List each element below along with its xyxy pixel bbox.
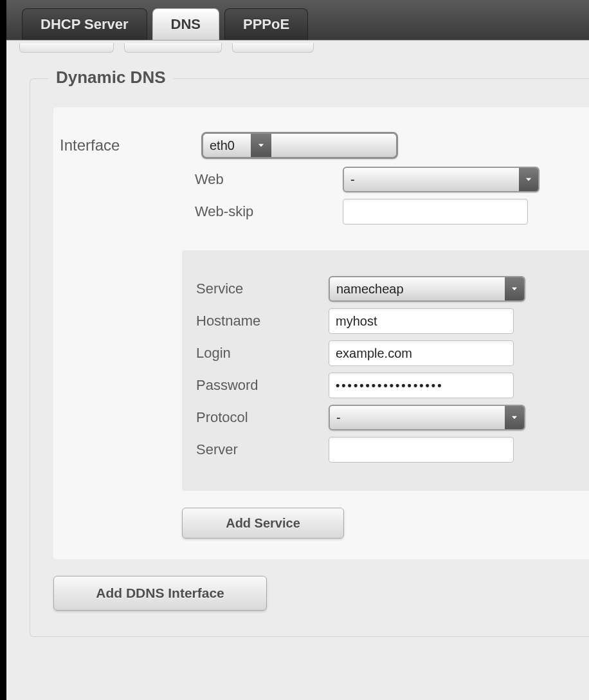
subtab-pill[interactable] [19, 43, 114, 53]
service-select[interactable]: namecheap [329, 276, 525, 302]
tab-label: DHCP Server [41, 16, 129, 33]
hostname-label: Hostname [196, 313, 329, 329]
tab-label: PPPoE [243, 16, 289, 33]
button-label: Add Service [226, 516, 300, 531]
service-block: Service namecheap Hostname [182, 250, 589, 491]
protocol-select[interactable]: - [329, 405, 525, 430]
login-input[interactable] [329, 340, 514, 366]
subtab-pill[interactable] [124, 43, 222, 53]
chevron-down-icon [251, 134, 271, 157]
web-select[interactable]: - [343, 167, 539, 192]
service-label: Service [196, 281, 329, 297]
ddns-panel: Interface eth0 Web - [53, 107, 589, 559]
password-mask: •••••••••••••••••• [336, 379, 443, 392]
add-service-button[interactable]: Add Service [182, 508, 344, 539]
app-root: DHCP Server DNS PPPoE Dynamic DNS Interf… [6, 0, 589, 700]
subtab-strip [6, 41, 589, 53]
tab-label: DNS [171, 16, 201, 33]
webskip-input[interactable] [343, 199, 528, 225]
server-input[interactable] [329, 437, 514, 463]
chevron-down-icon [519, 168, 538, 191]
subtab-pill[interactable] [232, 43, 314, 53]
add-ddns-interface-button[interactable]: Add DDNS Interface [53, 576, 267, 611]
interface-select-value: eth0 [203, 134, 251, 157]
main-tabbar: DHCP Server DNS PPPoE [6, 0, 589, 41]
protocol-select-value: - [330, 406, 505, 429]
dynamic-dns-section: Dynamic DNS Interface eth0 Web [30, 78, 589, 637]
interface-label: Interface [60, 136, 201, 154]
protocol-label: Protocol [196, 409, 329, 426]
chevron-down-icon [505, 406, 524, 429]
service-select-value: namecheap [330, 277, 505, 300]
hostname-input[interactable] [329, 308, 514, 334]
webskip-label: Web-skip [195, 203, 343, 220]
tab-dns[interactable]: DNS [152, 8, 219, 40]
chevron-down-icon [505, 277, 524, 300]
tab-pppoe[interactable]: PPPoE [224, 8, 308, 40]
web-label: Web [195, 171, 343, 188]
interface-select[interactable]: eth0 [201, 132, 398, 159]
tab-dhcp-server[interactable]: DHCP Server [22, 8, 147, 40]
password-input[interactable]: •••••••••••••••••• [329, 373, 514, 398]
web-select-value: - [344, 168, 519, 191]
server-label: Server [196, 441, 329, 458]
button-label: Add DDNS Interface [96, 585, 224, 601]
password-label: Password [196, 377, 329, 394]
login-label: Login [196, 345, 329, 362]
section-legend: Dynamic DNS [48, 68, 174, 88]
